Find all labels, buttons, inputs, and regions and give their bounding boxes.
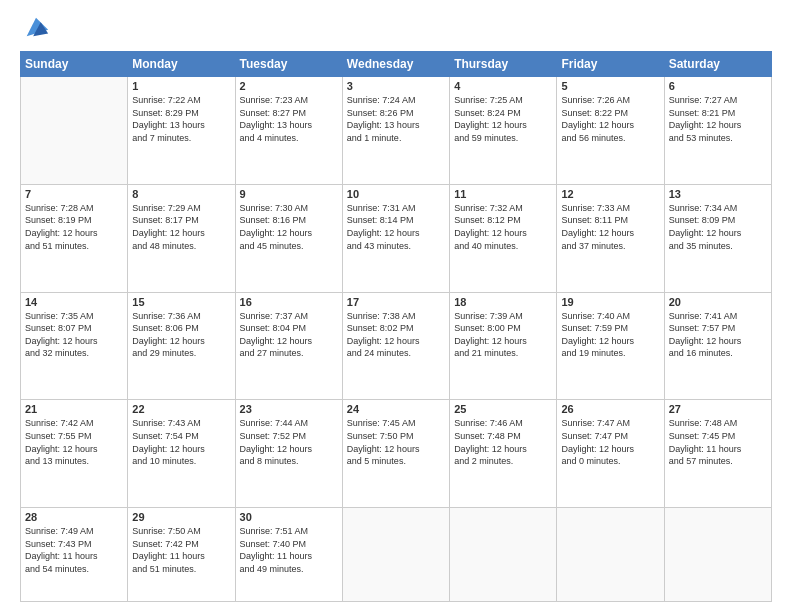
calendar-cell: 15Sunrise: 7:36 AM Sunset: 8:06 PM Dayli… xyxy=(128,292,235,400)
day-number: 7 xyxy=(25,188,123,200)
day-info: Sunrise: 7:29 AM Sunset: 8:17 PM Dayligh… xyxy=(132,202,230,252)
day-info: Sunrise: 7:51 AM Sunset: 7:40 PM Dayligh… xyxy=(240,525,338,575)
day-number: 1 xyxy=(132,80,230,92)
calendar-cell: 12Sunrise: 7:33 AM Sunset: 8:11 PM Dayli… xyxy=(557,184,664,292)
day-number: 5 xyxy=(561,80,659,92)
logo-icon xyxy=(22,13,50,41)
day-info: Sunrise: 7:38 AM Sunset: 8:02 PM Dayligh… xyxy=(347,310,445,360)
day-number: 13 xyxy=(669,188,767,200)
weekday-sunday: Sunday xyxy=(21,52,128,77)
day-info: Sunrise: 7:50 AM Sunset: 7:42 PM Dayligh… xyxy=(132,525,230,575)
day-number: 14 xyxy=(25,296,123,308)
calendar-cell xyxy=(342,508,449,602)
day-info: Sunrise: 7:27 AM Sunset: 8:21 PM Dayligh… xyxy=(669,94,767,144)
day-number: 2 xyxy=(240,80,338,92)
calendar-cell: 8Sunrise: 7:29 AM Sunset: 8:17 PM Daylig… xyxy=(128,184,235,292)
weekday-saturday: Saturday xyxy=(664,52,771,77)
calendar-table: SundayMondayTuesdayWednesdayThursdayFrid… xyxy=(20,51,772,602)
day-info: Sunrise: 7:48 AM Sunset: 7:45 PM Dayligh… xyxy=(669,417,767,467)
calendar-cell: 28Sunrise: 7:49 AM Sunset: 7:43 PM Dayli… xyxy=(21,508,128,602)
day-info: Sunrise: 7:44 AM Sunset: 7:52 PM Dayligh… xyxy=(240,417,338,467)
day-info: Sunrise: 7:26 AM Sunset: 8:22 PM Dayligh… xyxy=(561,94,659,144)
day-number: 9 xyxy=(240,188,338,200)
day-info: Sunrise: 7:31 AM Sunset: 8:14 PM Dayligh… xyxy=(347,202,445,252)
day-info: Sunrise: 7:36 AM Sunset: 8:06 PM Dayligh… xyxy=(132,310,230,360)
day-info: Sunrise: 7:28 AM Sunset: 8:19 PM Dayligh… xyxy=(25,202,123,252)
calendar-cell xyxy=(450,508,557,602)
day-info: Sunrise: 7:24 AM Sunset: 8:26 PM Dayligh… xyxy=(347,94,445,144)
weekday-monday: Monday xyxy=(128,52,235,77)
day-number: 28 xyxy=(25,511,123,523)
calendar-cell: 18Sunrise: 7:39 AM Sunset: 8:00 PM Dayli… xyxy=(450,292,557,400)
calendar-cell: 11Sunrise: 7:32 AM Sunset: 8:12 PM Dayli… xyxy=(450,184,557,292)
day-info: Sunrise: 7:43 AM Sunset: 7:54 PM Dayligh… xyxy=(132,417,230,467)
calendar-cell xyxy=(557,508,664,602)
calendar-cell: 20Sunrise: 7:41 AM Sunset: 7:57 PM Dayli… xyxy=(664,292,771,400)
calendar-cell: 23Sunrise: 7:44 AM Sunset: 7:52 PM Dayli… xyxy=(235,400,342,508)
calendar-week-3: 14Sunrise: 7:35 AM Sunset: 8:07 PM Dayli… xyxy=(21,292,772,400)
day-number: 26 xyxy=(561,403,659,415)
day-info: Sunrise: 7:25 AM Sunset: 8:24 PM Dayligh… xyxy=(454,94,552,144)
calendar-week-2: 7Sunrise: 7:28 AM Sunset: 8:19 PM Daylig… xyxy=(21,184,772,292)
calendar-cell: 22Sunrise: 7:43 AM Sunset: 7:54 PM Dayli… xyxy=(128,400,235,508)
day-info: Sunrise: 7:46 AM Sunset: 7:48 PM Dayligh… xyxy=(454,417,552,467)
day-info: Sunrise: 7:33 AM Sunset: 8:11 PM Dayligh… xyxy=(561,202,659,252)
calendar-cell: 29Sunrise: 7:50 AM Sunset: 7:42 PM Dayli… xyxy=(128,508,235,602)
calendar-cell: 4Sunrise: 7:25 AM Sunset: 8:24 PM Daylig… xyxy=(450,77,557,185)
day-number: 23 xyxy=(240,403,338,415)
day-info: Sunrise: 7:37 AM Sunset: 8:04 PM Dayligh… xyxy=(240,310,338,360)
day-number: 17 xyxy=(347,296,445,308)
calendar-cell: 1Sunrise: 7:22 AM Sunset: 8:29 PM Daylig… xyxy=(128,77,235,185)
calendar-cell: 3Sunrise: 7:24 AM Sunset: 8:26 PM Daylig… xyxy=(342,77,449,185)
weekday-tuesday: Tuesday xyxy=(235,52,342,77)
day-info: Sunrise: 7:45 AM Sunset: 7:50 PM Dayligh… xyxy=(347,417,445,467)
day-number: 25 xyxy=(454,403,552,415)
day-number: 15 xyxy=(132,296,230,308)
calendar-week-4: 21Sunrise: 7:42 AM Sunset: 7:55 PM Dayli… xyxy=(21,400,772,508)
calendar-cell: 14Sunrise: 7:35 AM Sunset: 8:07 PM Dayli… xyxy=(21,292,128,400)
day-number: 21 xyxy=(25,403,123,415)
calendar-cell: 21Sunrise: 7:42 AM Sunset: 7:55 PM Dayli… xyxy=(21,400,128,508)
calendar-cell: 13Sunrise: 7:34 AM Sunset: 8:09 PM Dayli… xyxy=(664,184,771,292)
calendar-cell: 27Sunrise: 7:48 AM Sunset: 7:45 PM Dayli… xyxy=(664,400,771,508)
day-number: 18 xyxy=(454,296,552,308)
day-info: Sunrise: 7:34 AM Sunset: 8:09 PM Dayligh… xyxy=(669,202,767,252)
day-info: Sunrise: 7:40 AM Sunset: 7:59 PM Dayligh… xyxy=(561,310,659,360)
day-info: Sunrise: 7:47 AM Sunset: 7:47 PM Dayligh… xyxy=(561,417,659,467)
day-number: 20 xyxy=(669,296,767,308)
day-number: 16 xyxy=(240,296,338,308)
calendar-cell: 24Sunrise: 7:45 AM Sunset: 7:50 PM Dayli… xyxy=(342,400,449,508)
calendar-cell: 30Sunrise: 7:51 AM Sunset: 7:40 PM Dayli… xyxy=(235,508,342,602)
calendar-cell: 26Sunrise: 7:47 AM Sunset: 7:47 PM Dayli… xyxy=(557,400,664,508)
day-info: Sunrise: 7:39 AM Sunset: 8:00 PM Dayligh… xyxy=(454,310,552,360)
logo xyxy=(20,18,50,41)
day-number: 4 xyxy=(454,80,552,92)
day-info: Sunrise: 7:32 AM Sunset: 8:12 PM Dayligh… xyxy=(454,202,552,252)
calendar-cell: 16Sunrise: 7:37 AM Sunset: 8:04 PM Dayli… xyxy=(235,292,342,400)
calendar-cell: 17Sunrise: 7:38 AM Sunset: 8:02 PM Dayli… xyxy=(342,292,449,400)
day-info: Sunrise: 7:35 AM Sunset: 8:07 PM Dayligh… xyxy=(25,310,123,360)
calendar-cell xyxy=(664,508,771,602)
weekday-thursday: Thursday xyxy=(450,52,557,77)
day-info: Sunrise: 7:42 AM Sunset: 7:55 PM Dayligh… xyxy=(25,417,123,467)
page: SundayMondayTuesdayWednesdayThursdayFrid… xyxy=(0,0,792,612)
calendar-cell: 7Sunrise: 7:28 AM Sunset: 8:19 PM Daylig… xyxy=(21,184,128,292)
day-number: 10 xyxy=(347,188,445,200)
header xyxy=(20,18,772,41)
calendar-cell: 10Sunrise: 7:31 AM Sunset: 8:14 PM Dayli… xyxy=(342,184,449,292)
day-info: Sunrise: 7:49 AM Sunset: 7:43 PM Dayligh… xyxy=(25,525,123,575)
day-number: 8 xyxy=(132,188,230,200)
day-number: 27 xyxy=(669,403,767,415)
day-number: 29 xyxy=(132,511,230,523)
calendar-week-1: 1Sunrise: 7:22 AM Sunset: 8:29 PM Daylig… xyxy=(21,77,772,185)
calendar-cell: 9Sunrise: 7:30 AM Sunset: 8:16 PM Daylig… xyxy=(235,184,342,292)
calendar-cell: 5Sunrise: 7:26 AM Sunset: 8:22 PM Daylig… xyxy=(557,77,664,185)
day-number: 6 xyxy=(669,80,767,92)
calendar-cell: 25Sunrise: 7:46 AM Sunset: 7:48 PM Dayli… xyxy=(450,400,557,508)
day-info: Sunrise: 7:22 AM Sunset: 8:29 PM Dayligh… xyxy=(132,94,230,144)
day-number: 30 xyxy=(240,511,338,523)
calendar-week-5: 28Sunrise: 7:49 AM Sunset: 7:43 PM Dayli… xyxy=(21,508,772,602)
day-info: Sunrise: 7:30 AM Sunset: 8:16 PM Dayligh… xyxy=(240,202,338,252)
day-number: 19 xyxy=(561,296,659,308)
day-number: 3 xyxy=(347,80,445,92)
